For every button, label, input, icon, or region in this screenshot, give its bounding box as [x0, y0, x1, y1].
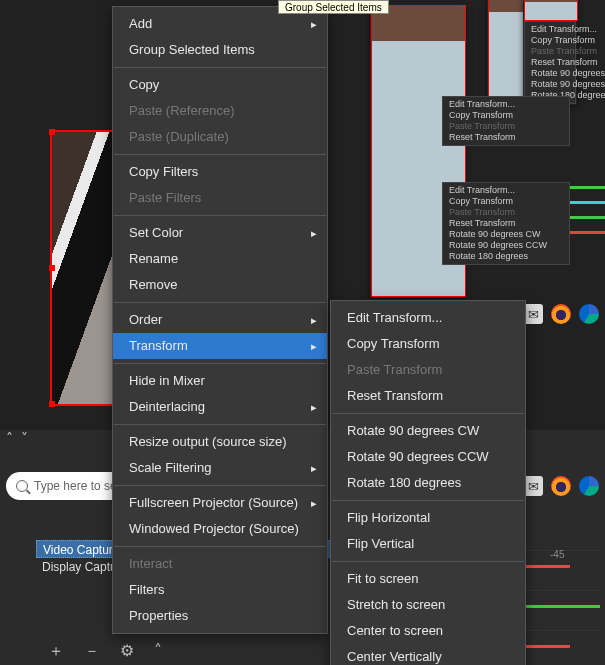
move-up-icon[interactable]: ˄	[154, 641, 162, 662]
menu-item[interactable]: Edit Transform...	[445, 185, 567, 196]
menu-item[interactable]: Copy Transform	[331, 331, 525, 357]
menu-item[interactable]: Fullscreen Projector (Source)▸	[113, 490, 327, 516]
menu-item[interactable]: Reset Transform	[445, 218, 567, 229]
mail-icon[interactable]	[523, 304, 543, 324]
menu-item[interactable]: Rotate 90 degrees CCW	[527, 79, 573, 90]
menu-item[interactable]: Rotate 90 degrees CW	[445, 229, 567, 240]
chevron-right-icon: ▸	[311, 307, 317, 333]
menu-item[interactable]: Rotate 90 degrees CCW	[445, 240, 567, 251]
menu-separator	[332, 561, 524, 562]
menu-item[interactable]: Edit Transform...	[331, 305, 525, 331]
chevron-right-icon: ▸	[311, 220, 317, 246]
add-source-icon[interactable]: ＋	[48, 641, 64, 662]
remove-source-icon[interactable]: －	[84, 641, 100, 662]
menu-separator	[114, 154, 326, 155]
mail-icon[interactable]	[523, 476, 543, 496]
menu-item[interactable]: Rotate 90 degrees CW	[331, 418, 525, 444]
cascade-transform-submenu[interactable]: Edit Transform...Copy TransformPaste Tra…	[524, 21, 576, 104]
cascade-transform-submenu[interactable]: Edit Transform...Copy TransformPaste Tra…	[442, 182, 570, 265]
panel-header-icons: ˄ ˅	[0, 428, 48, 448]
search-icon	[16, 480, 28, 492]
menu-item[interactable]: Stretch to screen	[331, 592, 525, 618]
timeline-tick: -45	[550, 549, 564, 560]
menu-separator	[114, 67, 326, 68]
menu-item: Paste (Reference)	[113, 98, 327, 124]
menu-item[interactable]: Rotate 90 degrees CCW	[331, 444, 525, 470]
menu-separator	[114, 363, 326, 364]
menu-item[interactable]: Hide in Mixer	[113, 368, 327, 394]
menu-item[interactable]: Properties	[113, 603, 327, 629]
edge-icon[interactable]	[579, 476, 599, 496]
menu-item: Paste Transform	[527, 46, 573, 57]
chevron-up-icon[interactable]: ˄	[6, 430, 13, 446]
menu-item[interactable]: Copy Transform	[445, 196, 567, 207]
menu-separator	[332, 500, 524, 501]
menu-item[interactable]: Resize output (source size)	[113, 429, 327, 455]
chevron-right-icon: ▸	[311, 333, 317, 359]
menu-item[interactable]: Copy	[113, 72, 327, 98]
menu-item: Paste Transform	[331, 357, 525, 383]
transform-submenu[interactable]: Edit Transform...Copy TransformPaste Tra…	[330, 300, 526, 665]
menu-item[interactable]: Copy Transform	[445, 110, 567, 121]
menu-item[interactable]: Rotate 90 degrees CW	[527, 68, 573, 79]
resize-handle[interactable]	[49, 265, 55, 271]
menu-item[interactable]: Order▸	[113, 307, 327, 333]
resize-handle[interactable]	[49, 129, 55, 135]
menu-item[interactable]: Filters	[113, 577, 327, 603]
menu-item[interactable]: Center Vertically	[331, 644, 525, 665]
menu-item[interactable]: Remove	[113, 272, 327, 298]
menu-item[interactable]: Rename	[113, 246, 327, 272]
chevron-down-icon[interactable]: ˅	[21, 430, 28, 446]
menu-separator	[114, 302, 326, 303]
menu-item: Paste Transform	[445, 121, 567, 132]
menu-separator	[332, 413, 524, 414]
source-preview-image	[52, 132, 112, 404]
menu-separator	[114, 546, 326, 547]
menu-separator	[114, 485, 326, 486]
menu-item[interactable]: Transform▸	[113, 333, 327, 359]
firefox-icon[interactable]	[551, 304, 571, 324]
menu-item[interactable]: Reset Transform	[445, 132, 567, 143]
taskbar-icons	[523, 476, 599, 496]
search-placeholder: Type here to sea	[34, 479, 123, 493]
chevron-right-icon: ▸	[311, 490, 317, 516]
menu-item: Paste Transform	[445, 207, 567, 218]
menu-separator	[114, 424, 326, 425]
resize-handle[interactable]	[49, 401, 55, 407]
menu-item[interactable]: Deinterlacing▸	[113, 394, 327, 420]
menu-item[interactable]: Center to screen	[331, 618, 525, 644]
menu-item[interactable]: Rotate 180 degrees	[331, 470, 525, 496]
menu-separator	[114, 215, 326, 216]
menu-item[interactable]: Rotate 180 degrees	[445, 251, 567, 262]
menu-item[interactable]: Scale Filtering▸	[113, 455, 327, 481]
settings-icon[interactable]: ⚙	[120, 641, 134, 662]
menu-item[interactable]: Group Selected Items	[113, 37, 327, 63]
edge-icon[interactable]	[579, 304, 599, 324]
menu-item[interactable]: Fit to screen	[331, 566, 525, 592]
chevron-right-icon: ▸	[311, 394, 317, 420]
cascade-context-menu[interactable]: Edit Transform...Copy TransformPaste Tra…	[442, 96, 570, 146]
menu-item[interactable]: Reset Transform	[331, 383, 525, 409]
menu-item[interactable]: Add▸	[113, 11, 327, 37]
cascade-preview: Edit Transform...Copy TransformPaste Tra…	[523, 0, 577, 105]
menu-item[interactable]: Windowed Projector (Source)	[113, 516, 327, 542]
menu-item[interactable]: Copy Transform	[527, 35, 573, 46]
firefox-icon[interactable]	[551, 476, 571, 496]
menu-item[interactable]: Flip Vertical	[331, 531, 525, 557]
sources-toolbar: ＋ － ⚙ ˄	[48, 641, 162, 662]
chevron-right-icon: ▸	[311, 11, 317, 37]
menu-item[interactable]: Copy Filters	[113, 159, 327, 185]
menu-item[interactable]: Edit Transform...	[445, 99, 567, 110]
menu-item[interactable]: Reset Transform	[527, 57, 573, 68]
menu-item[interactable]: Set Color▸	[113, 220, 327, 246]
taskbar-icons	[523, 304, 599, 324]
selected-source-bounds[interactable]	[50, 130, 114, 406]
chevron-right-icon: ▸	[311, 455, 317, 481]
menu-item: Interact	[113, 551, 327, 577]
source-preview-image	[524, 0, 578, 21]
menu-item: Paste Filters	[113, 185, 327, 211]
menu-item[interactable]: Edit Transform...	[527, 24, 573, 35]
menu-item: Paste (Duplicate)	[113, 124, 327, 150]
menu-item[interactable]: Flip Horizontal	[331, 505, 525, 531]
source-context-menu[interactable]: Add▸Group Selected ItemsCopyPaste (Refer…	[112, 6, 328, 634]
